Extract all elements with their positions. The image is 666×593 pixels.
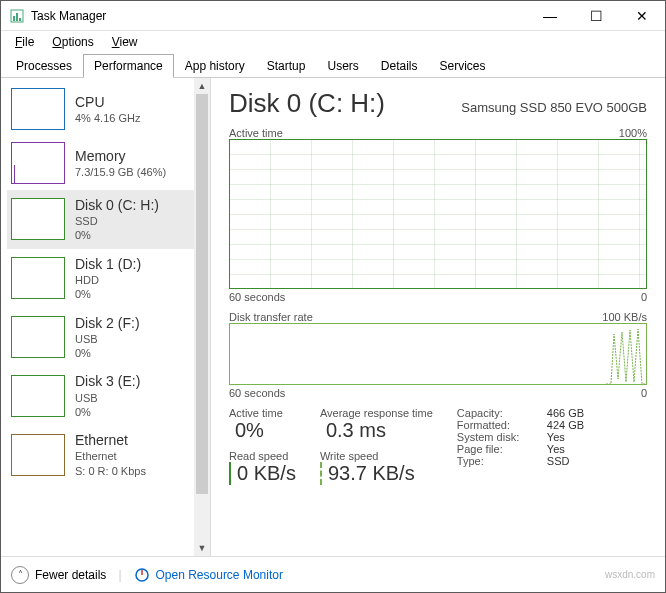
tab-services[interactable]: Services bbox=[429, 54, 497, 78]
app-icon bbox=[9, 8, 25, 24]
tab-performance[interactable]: Performance bbox=[83, 54, 174, 78]
tabs: Processes Performance App history Startu… bbox=[1, 53, 665, 78]
kv-key: Formatted: bbox=[457, 419, 547, 431]
chevron-up-icon[interactable]: ˄ bbox=[11, 566, 29, 584]
memory-thumb-icon bbox=[11, 142, 65, 184]
chart1-label: Active time bbox=[229, 127, 283, 139]
chart2-xleft: 60 seconds bbox=[229, 387, 285, 399]
sidebar-item-disk1[interactable]: Disk 1 (D:) HDD 0% bbox=[7, 249, 208, 308]
stat-active-time: Active time 0% bbox=[229, 407, 296, 442]
stat-col-1: Active time 0% Read speed 0 KB/s bbox=[229, 407, 296, 493]
scroll-up-icon[interactable]: ▲ bbox=[194, 78, 210, 94]
close-button[interactable]: ✕ bbox=[619, 1, 665, 31]
tab-users[interactable]: Users bbox=[316, 54, 369, 78]
sidebar-item-name: Disk 0 (C: H:) bbox=[75, 196, 159, 214]
stat-value: 0.3 ms bbox=[320, 419, 433, 442]
stat-value: 0 KB/s bbox=[229, 462, 296, 485]
ethernet-thumb-icon bbox=[11, 434, 65, 476]
transfer-rate-chart bbox=[229, 323, 647, 385]
stat-value: 93.7 KB/s bbox=[320, 462, 433, 485]
scroll-thumb[interactable] bbox=[196, 94, 208, 494]
tab-processes[interactable]: Processes bbox=[5, 54, 83, 78]
chart2-label: Disk transfer rate bbox=[229, 311, 313, 323]
sidebar-label: Disk 3 (E:) USB 0% bbox=[75, 372, 140, 419]
chart2-header: Disk transfer rate 100 KB/s bbox=[229, 311, 647, 323]
disk-thumb-icon bbox=[11, 198, 65, 240]
sidebar-item-sub2: S: 0 R: 0 Kbps bbox=[75, 464, 146, 478]
sidebar-label: Disk 2 (F:) USB 0% bbox=[75, 314, 140, 361]
watermark: wsxdn.com bbox=[605, 569, 655, 580]
sidebar-item-cpu[interactable]: CPU 4% 4.16 GHz bbox=[7, 82, 208, 136]
menu-file[interactable]: File bbox=[7, 33, 42, 51]
sidebar-item-sub: 7.3/15.9 GB (46%) bbox=[75, 165, 166, 179]
disk-model: Samsung SSD 850 EVO 500GB bbox=[461, 100, 647, 115]
titlebar: Task Manager — ☐ ✕ bbox=[1, 1, 665, 31]
sidebar-item-name: Disk 1 (D:) bbox=[75, 255, 141, 273]
stat-label: Write speed bbox=[320, 450, 433, 462]
open-resource-monitor-link[interactable]: Open Resource Monitor bbox=[156, 568, 283, 582]
menubar: File Options View bbox=[1, 31, 665, 53]
kv-key: Capacity: bbox=[457, 407, 547, 419]
chart2-max: 100 KB/s bbox=[602, 311, 647, 323]
sidebar-item-name: Disk 3 (E:) bbox=[75, 372, 140, 390]
minimize-button[interactable]: — bbox=[527, 1, 573, 31]
kv-value: SSD bbox=[547, 455, 570, 467]
scrollbar[interactable]: ▲ ▼ bbox=[194, 78, 210, 556]
resource-monitor-icon bbox=[134, 567, 150, 583]
sidebar-item-sub: SSD bbox=[75, 214, 159, 228]
sidebar-item-sub: Ethernet bbox=[75, 449, 146, 463]
chart1-footer: 60 seconds 0 bbox=[229, 291, 647, 303]
sidebar-item-disk2[interactable]: Disk 2 (F:) USB 0% bbox=[7, 308, 208, 367]
sidebar-item-sub: 4% 4.16 GHz bbox=[75, 111, 140, 125]
sidebar-label: CPU 4% 4.16 GHz bbox=[75, 93, 140, 125]
cpu-thumb-icon bbox=[11, 88, 65, 130]
sidebar-item-disk3[interactable]: Disk 3 (E:) USB 0% bbox=[7, 366, 208, 425]
chart1-xleft: 60 seconds bbox=[229, 291, 285, 303]
tab-startup[interactable]: Startup bbox=[256, 54, 317, 78]
kv-value: Yes bbox=[547, 443, 565, 455]
sidebar-label: Disk 0 (C: H:) SSD 0% bbox=[75, 196, 159, 243]
maximize-button[interactable]: ☐ bbox=[573, 1, 619, 31]
sidebar-item-sub2: 0% bbox=[75, 405, 140, 419]
sidebar-item-ethernet[interactable]: Ethernet Ethernet S: 0 R: 0 Kbps bbox=[7, 425, 208, 484]
chart2-footer: 60 seconds 0 bbox=[229, 387, 647, 399]
kv-key: Page file: bbox=[457, 443, 547, 455]
stat-read-speed: Read speed 0 KB/s bbox=[229, 450, 296, 485]
kv-value: Yes bbox=[547, 431, 565, 443]
kv-value: 466 GB bbox=[547, 407, 584, 419]
disk-thumb-icon bbox=[11, 375, 65, 417]
sidebar-item-memory[interactable]: Memory 7.3/15.9 GB (46%) bbox=[7, 136, 208, 190]
active-time-chart bbox=[229, 139, 647, 289]
chart1-max: 100% bbox=[619, 127, 647, 139]
sidebar: CPU 4% 4.16 GHz Memory 7.3/15.9 GB (46%)… bbox=[1, 78, 211, 556]
sidebar-label: Memory 7.3/15.9 GB (46%) bbox=[75, 147, 166, 179]
stat-avg-response: Average response time 0.3 ms bbox=[320, 407, 433, 442]
sidebar-label: Ethernet Ethernet S: 0 R: 0 Kbps bbox=[75, 431, 146, 478]
content: CPU 4% 4.16 GHz Memory 7.3/15.9 GB (46%)… bbox=[1, 78, 665, 556]
stat-label: Average response time bbox=[320, 407, 433, 419]
kv-key: Type: bbox=[457, 455, 547, 467]
svg-rect-1 bbox=[13, 16, 15, 21]
tab-app-history[interactable]: App history bbox=[174, 54, 256, 78]
sidebar-item-sub2: 0% bbox=[75, 228, 159, 242]
footer: ˄ Fewer details | Open Resource Monitor … bbox=[1, 556, 665, 592]
menu-view[interactable]: View bbox=[104, 33, 146, 51]
window-buttons: — ☐ ✕ bbox=[527, 1, 665, 31]
chart1-header: Active time 100% bbox=[229, 127, 647, 139]
svg-rect-2 bbox=[16, 13, 18, 21]
chart2-xright: 0 bbox=[641, 387, 647, 399]
scroll-down-icon[interactable]: ▼ bbox=[194, 540, 210, 556]
tab-details[interactable]: Details bbox=[370, 54, 429, 78]
svg-rect-3 bbox=[19, 18, 21, 21]
sidebar-item-name: Disk 2 (F:) bbox=[75, 314, 140, 332]
kv-table: Capacity:466 GB Formatted:424 GB System … bbox=[457, 407, 584, 493]
stats-row: Active time 0% Read speed 0 KB/s Average… bbox=[229, 407, 647, 493]
fewer-details-button[interactable]: Fewer details bbox=[35, 568, 106, 582]
sidebar-label: Disk 1 (D:) HDD 0% bbox=[75, 255, 141, 302]
sidebar-item-disk0[interactable]: Disk 0 (C: H:) SSD 0% bbox=[7, 190, 208, 249]
kv-value: 424 GB bbox=[547, 419, 584, 431]
sidebar-item-sub: HDD bbox=[75, 273, 141, 287]
stat-col-2: Average response time 0.3 ms Write speed… bbox=[320, 407, 433, 493]
menu-options[interactable]: Options bbox=[44, 33, 101, 51]
sidebar-item-name: Memory bbox=[75, 147, 166, 165]
